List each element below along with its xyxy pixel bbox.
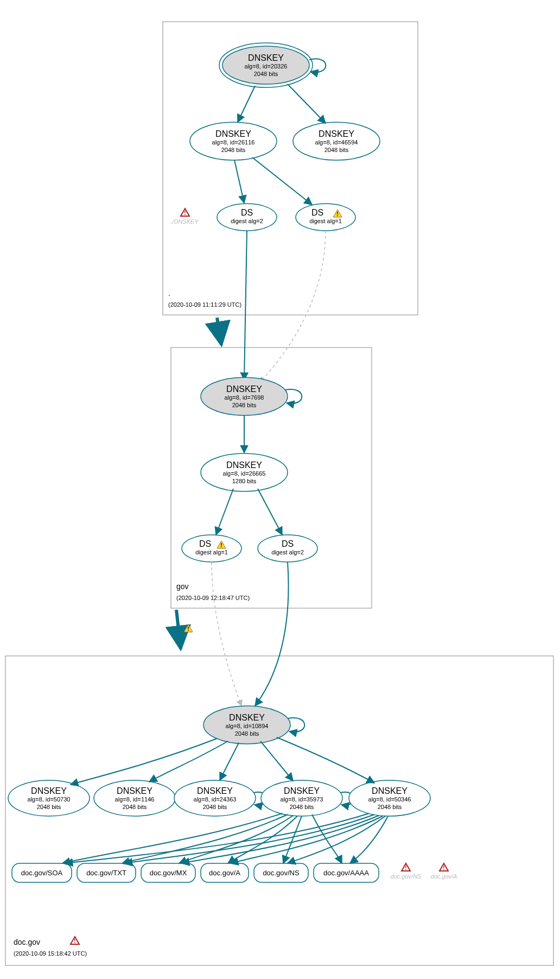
node-gov-ds2[interactable]: DS digest alg=2 [258,535,317,562]
svg-text:2048 bits: 2048 bits [123,804,147,810]
node-doc-k5[interactable]: DNSKEY alg=8, id=50346 2048 bits [349,780,430,816]
svg-text:alg=8, id=1146: alg=8, id=1146 [115,796,155,803]
node-root-ds2[interactable]: DS digest alg=2 [217,204,277,231]
dnssec-diagram: . (2020-10-09 11:11:29 UTC) gov (2020-10… [0,0,560,979]
svg-text:alg=8, id=20326: alg=8, id=20326 [245,63,288,70]
svg-text:DNSKEY: DNSKEY [117,786,152,795]
node-gov-ds1[interactable]: DS digest alg=1 ! [182,535,241,562]
svg-text:doc.gov/NS: doc.gov/NS [391,873,422,880]
svg-text:DNSKEY: DNSKEY [372,786,408,795]
rr-soa[interactable]: doc.gov/SOA [12,863,72,882]
delegation-gov-docgov [176,610,181,649]
rr-aaaa[interactable]: doc.gov/AAAA [314,863,379,882]
svg-text:alg=8, id=26116: alg=8, id=26116 [212,139,255,146]
rr-mx[interactable]: doc.gov/MX [141,863,195,882]
node-doc-k3[interactable]: DNSKEY alg=8, id=24363 2048 bits [174,780,256,816]
node-gov-ksk[interactable]: DNSKEY alg=8, id=7698 2048 bits [201,377,288,415]
svg-point-30 [182,535,241,562]
svg-text:doc.gov/A: doc.gov/A [431,873,457,880]
svg-text:alg=8, id=24363: alg=8, id=24363 [194,796,237,803]
svg-text:digest alg=1: digest alg=1 [309,218,342,224]
svg-text:DS: DS [199,539,211,548]
warning-red-icon: ! [402,863,410,871]
warning-red-icon: ! [181,209,189,216]
svg-text:alg=8, id=7698: alg=8, id=7698 [225,394,264,401]
svg-text:!: ! [184,210,186,216]
zone-root-ts: (2020-10-09 11:11:29 UTC) [168,301,241,308]
svg-text:2048 bits: 2048 bits [37,804,61,810]
svg-text:DNSKEY: DNSKEY [226,460,262,470]
node-doc-k1[interactable]: DNSKEY alg=8, id=50730 2048 bits [8,780,90,816]
svg-text:2048 bits: 2048 bits [232,402,257,408]
zone-docgov-ts: (2020-10-09 15:18:42 UTC) [14,950,87,957]
node-doc-k2[interactable]: DNSKEY alg=8, id=1146 2048 bits [94,780,175,816]
node-root-ds1[interactable]: DS digest alg=1 ! [296,204,355,231]
warning-yellow-icon: ! [184,624,193,632]
svg-text:2048 bits: 2048 bits [235,730,259,737]
svg-text:digest alg=2: digest alg=2 [231,218,263,224]
svg-text:DS: DS [311,208,323,217]
zone-root-label: . [168,289,170,298]
svg-point-16 [296,204,355,231]
svg-text:DNSKEY: DNSKEY [284,786,320,795]
rr-txt[interactable]: doc.gov/TXT [77,863,136,882]
svg-text:!: ! [443,865,444,871]
node-root-ksk[interactable]: DNSKEY alg=8, id=20326 2048 bits [219,43,313,87]
svg-text:alg=8, id=35973: alg=8, id=35973 [281,796,323,803]
svg-text:DNSKEY: DNSKEY [226,384,262,394]
svg-text:!: ! [405,865,406,871]
svg-text:alg=8, id=46594: alg=8, id=46594 [315,139,358,146]
svg-text:doc.gov/A: doc.gov/A [209,869,240,877]
svg-text:DS: DS [241,208,253,217]
svg-text:2048 bits: 2048 bits [378,804,402,810]
svg-text:./DNSKEY: ./DNSKEY [170,218,199,225]
svg-text:doc.gov/MX: doc.gov/MX [150,869,187,877]
svg-text:2048 bits: 2048 bits [254,71,278,77]
svg-text:DNSKEY: DNSKEY [319,129,354,138]
rr-a-ghost: ! doc.gov/A [431,863,457,880]
svg-text:digest alg=1: digest alg=1 [195,549,228,555]
rr-ns[interactable]: doc.gov/NS [254,863,308,882]
zone-docgov-label: doc.gov [14,938,40,946]
svg-text:2048 bits: 2048 bits [324,147,349,153]
svg-text:2048 bits: 2048 bits [221,147,246,153]
svg-text:1280 bits: 1280 bits [232,478,257,484]
svg-text:DNSKEY: DNSKEY [248,53,284,62]
svg-text:DNSKEY: DNSKEY [197,786,233,795]
svg-text:DNSKEY: DNSKEY [31,786,67,795]
rr-a[interactable]: doc.gov/A [201,863,249,882]
svg-text:alg=8, id=26665: alg=8, id=26665 [223,470,266,477]
svg-text:doc.gov/TXT: doc.gov/TXT [86,869,126,877]
warning-red-icon: ! [440,863,448,871]
rr-ns-ghost: ! doc.gov/NS [391,863,422,880]
svg-text:doc.gov/NS: doc.gov/NS [263,869,300,877]
svg-text:!: ! [187,626,189,632]
warning-red-icon: ! [71,937,79,944]
svg-text:!: ! [336,211,338,217]
node-root-zsk1[interactable]: DNSKEY alg=8, id=26116 2048 bits [190,122,277,160]
node-doc-k4[interactable]: DNSKEY alg=8, id=35973 2048 bits [261,780,342,816]
svg-text:alg=8, id=50346: alg=8, id=50346 [368,796,411,803]
zone-gov-label: gov [176,582,189,591]
svg-text:2048 bits: 2048 bits [290,804,314,810]
node-gov-zsk[interactable]: DNSKEY alg=8, id=26665 1280 bits [201,453,288,491]
svg-text:DNSKEY: DNSKEY [229,713,265,722]
zone-gov-ts: (2020-10-09 12:18:47 UTC) [176,595,250,601]
svg-text:doc.gov/SOA: doc.gov/SOA [21,869,63,877]
node-root-zsk2[interactable]: DNSKEY alg=8, id=46594 2048 bits [293,122,380,160]
node-root-ghost: ! ./DNSKEY [170,209,199,225]
svg-text:alg=8, id=50730: alg=8, id=50730 [28,796,71,803]
delegation-root-gov [217,318,221,345]
svg-text:DS: DS [282,539,294,548]
svg-text:!: ! [74,938,75,944]
svg-text:DNSKEY: DNSKEY [215,129,251,138]
svg-text:2048 bits: 2048 bits [203,804,227,810]
svg-text:digest alg=2: digest alg=2 [271,549,304,555]
svg-text:doc.gov/AAAA: doc.gov/AAAA [323,869,369,877]
svg-text:!: ! [220,542,222,548]
svg-text:alg=8, id=10894: alg=8, id=10894 [226,723,269,729]
